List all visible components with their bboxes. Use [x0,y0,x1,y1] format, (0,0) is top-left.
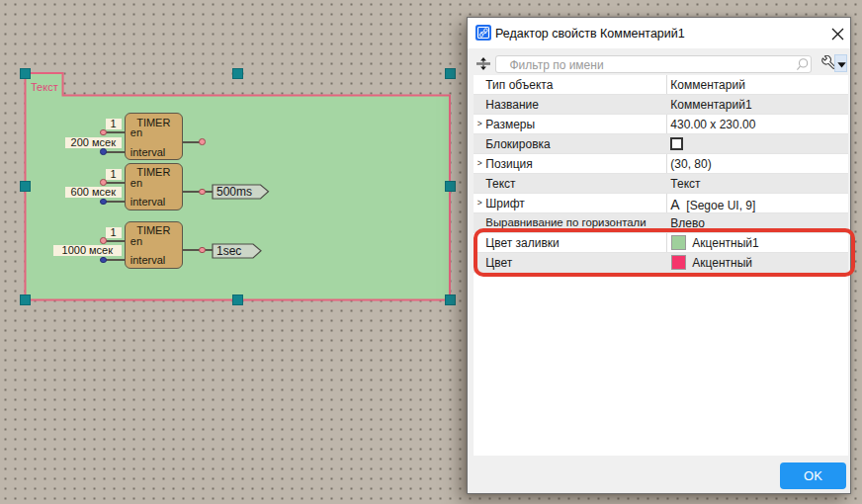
svg-text:500ms: 500ms [216,185,252,199]
svg-text:1sec: 1sec [216,244,241,258]
